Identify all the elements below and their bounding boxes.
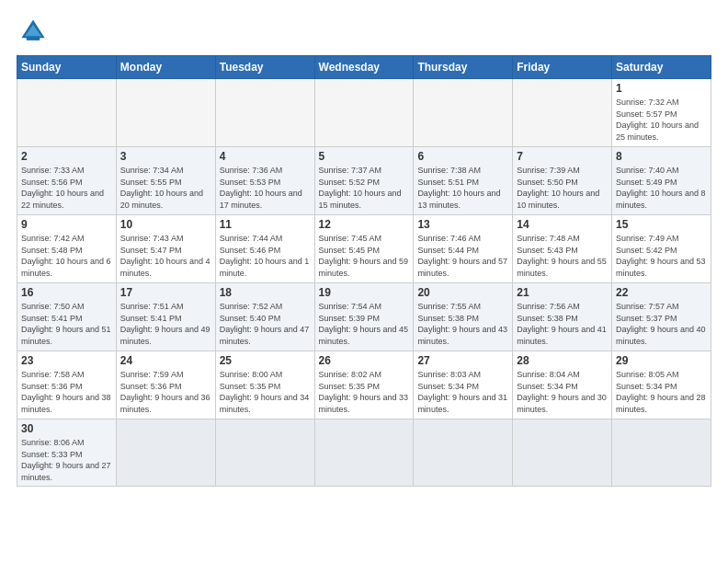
day-number: 15	[616, 218, 707, 231]
day-info: Sunrise: 8:06 AM Sunset: 5:33 PM Dayligh…	[21, 437, 112, 483]
day-number: 12	[319, 218, 410, 231]
svg-rect-3	[27, 36, 40, 40]
day-number: 10	[120, 218, 211, 231]
day-number: 25	[220, 354, 311, 367]
day-info: Sunrise: 7:44 AM Sunset: 5:46 PM Dayligh…	[220, 233, 311, 279]
logo	[17, 15, 53, 48]
day-cell: 19Sunrise: 7:54 AM Sunset: 5:39 PM Dayli…	[314, 283, 414, 351]
day-cell	[116, 419, 215, 487]
day-cell: 17Sunrise: 7:51 AM Sunset: 5:41 PM Dayli…	[116, 283, 215, 351]
day-info: Sunrise: 7:57 AM Sunset: 5:37 PM Dayligh…	[616, 301, 707, 347]
day-cell: 22Sunrise: 7:57 AM Sunset: 5:37 PM Dayli…	[612, 283, 711, 351]
calendar: SundayMondayTuesdayWednesdayThursdayFrid…	[17, 55, 711, 487]
day-cell: 13Sunrise: 7:46 AM Sunset: 5:44 PM Dayli…	[414, 215, 513, 283]
day-cell	[513, 419, 612, 487]
day-info: Sunrise: 7:59 AM Sunset: 5:36 PM Dayligh…	[120, 369, 211, 415]
day-info: Sunrise: 7:50 AM Sunset: 5:41 PM Dayligh…	[21, 301, 112, 347]
day-number: 21	[517, 286, 608, 299]
day-info: Sunrise: 7:34 AM Sunset: 5:55 PM Dayligh…	[120, 165, 211, 211]
day-number: 23	[21, 354, 112, 367]
day-cell: 5Sunrise: 7:37 AM Sunset: 5:52 PM Daylig…	[314, 147, 414, 215]
day-cell: 6Sunrise: 7:38 AM Sunset: 5:51 PM Daylig…	[414, 147, 513, 215]
day-cell: 15Sunrise: 7:49 AM Sunset: 5:42 PM Dayli…	[612, 215, 711, 283]
day-info: Sunrise: 7:40 AM Sunset: 5:49 PM Dayligh…	[616, 165, 707, 211]
day-cell: 9Sunrise: 7:42 AM Sunset: 5:48 PM Daylig…	[17, 215, 117, 283]
day-cell: 23Sunrise: 7:58 AM Sunset: 5:36 PM Dayli…	[17, 351, 117, 419]
day-info: Sunrise: 7:45 AM Sunset: 5:45 PM Dayligh…	[319, 233, 410, 279]
day-info: Sunrise: 7:54 AM Sunset: 5:39 PM Dayligh…	[319, 301, 410, 347]
weekday-header-wednesday: Wednesday	[314, 56, 414, 79]
day-cell: 26Sunrise: 8:02 AM Sunset: 5:35 PM Dayli…	[314, 351, 414, 419]
day-info: Sunrise: 7:43 AM Sunset: 5:47 PM Dayligh…	[120, 233, 211, 279]
day-number: 17	[120, 286, 211, 299]
day-info: Sunrise: 7:49 AM Sunset: 5:42 PM Dayligh…	[616, 233, 707, 279]
day-cell: 30Sunrise: 8:06 AM Sunset: 5:33 PM Dayli…	[17, 419, 117, 487]
day-cell	[116, 79, 215, 147]
day-cell: 14Sunrise: 7:48 AM Sunset: 5:43 PM Dayli…	[513, 215, 612, 283]
day-cell: 21Sunrise: 7:56 AM Sunset: 5:38 PM Dayli…	[513, 283, 612, 351]
day-info: Sunrise: 7:51 AM Sunset: 5:41 PM Dayligh…	[120, 301, 211, 347]
day-number: 3	[120, 150, 211, 163]
weekday-header-row: SundayMondayTuesdayWednesdayThursdayFrid…	[17, 56, 711, 79]
day-cell: 29Sunrise: 8:05 AM Sunset: 5:34 PM Dayli…	[612, 351, 711, 419]
day-info: Sunrise: 7:32 AM Sunset: 5:57 PM Dayligh…	[616, 97, 707, 143]
day-cell	[612, 419, 711, 487]
day-info: Sunrise: 8:00 AM Sunset: 5:35 PM Dayligh…	[220, 369, 311, 415]
weekday-header-saturday: Saturday	[612, 56, 711, 79]
weekday-header-monday: Monday	[116, 56, 215, 79]
day-cell	[314, 79, 414, 147]
day-number: 7	[517, 150, 608, 163]
day-info: Sunrise: 7:46 AM Sunset: 5:44 PM Dayligh…	[417, 233, 508, 279]
day-cell: 4Sunrise: 7:36 AM Sunset: 5:53 PM Daylig…	[215, 147, 314, 215]
day-info: Sunrise: 8:05 AM Sunset: 5:34 PM Dayligh…	[616, 369, 707, 415]
day-number: 16	[21, 286, 112, 299]
week-row-3: 9Sunrise: 7:42 AM Sunset: 5:48 PM Daylig…	[17, 215, 711, 283]
day-number: 29	[616, 354, 707, 367]
day-number: 8	[616, 150, 707, 163]
day-number: 14	[517, 218, 608, 231]
header	[17, 15, 711, 48]
day-number: 9	[21, 218, 112, 231]
day-number: 2	[21, 150, 112, 163]
weekday-header-sunday: Sunday	[17, 56, 117, 79]
day-cell: 28Sunrise: 8:04 AM Sunset: 5:34 PM Dayli…	[513, 351, 612, 419]
day-info: Sunrise: 7:36 AM Sunset: 5:53 PM Dayligh…	[220, 165, 311, 211]
day-number: 27	[417, 354, 508, 367]
day-cell	[314, 419, 414, 487]
day-info: Sunrise: 8:04 AM Sunset: 5:34 PM Dayligh…	[517, 369, 608, 415]
day-cell: 20Sunrise: 7:55 AM Sunset: 5:38 PM Dayli…	[414, 283, 513, 351]
day-number: 13	[417, 218, 508, 231]
day-cell: 7Sunrise: 7:39 AM Sunset: 5:50 PM Daylig…	[513, 147, 612, 215]
weekday-header-thursday: Thursday	[414, 56, 513, 79]
day-number: 1	[616, 82, 707, 95]
day-number: 11	[220, 218, 311, 231]
day-cell: 16Sunrise: 7:50 AM Sunset: 5:41 PM Dayli…	[17, 283, 117, 351]
day-cell	[414, 419, 513, 487]
day-number: 22	[616, 286, 707, 299]
day-cell: 18Sunrise: 7:52 AM Sunset: 5:40 PM Dayli…	[215, 283, 314, 351]
day-number: 4	[220, 150, 311, 163]
day-info: Sunrise: 7:37 AM Sunset: 5:52 PM Dayligh…	[319, 165, 410, 211]
week-row-5: 23Sunrise: 7:58 AM Sunset: 5:36 PM Dayli…	[17, 351, 711, 419]
day-number: 20	[417, 286, 508, 299]
day-cell: 1Sunrise: 7:32 AM Sunset: 5:57 PM Daylig…	[612, 79, 711, 147]
day-number: 18	[220, 286, 311, 299]
day-info: Sunrise: 7:42 AM Sunset: 5:48 PM Dayligh…	[21, 233, 112, 279]
weekday-header-friday: Friday	[513, 56, 612, 79]
day-info: Sunrise: 7:58 AM Sunset: 5:36 PM Dayligh…	[21, 369, 112, 415]
day-cell	[17, 79, 117, 147]
day-cell	[513, 79, 612, 147]
day-info: Sunrise: 7:55 AM Sunset: 5:38 PM Dayligh…	[417, 301, 508, 347]
day-info: Sunrise: 7:56 AM Sunset: 5:38 PM Dayligh…	[517, 301, 608, 347]
day-info: Sunrise: 7:48 AM Sunset: 5:43 PM Dayligh…	[517, 233, 608, 279]
day-cell	[215, 79, 314, 147]
day-number: 26	[319, 354, 410, 367]
day-info: Sunrise: 7:38 AM Sunset: 5:51 PM Dayligh…	[417, 165, 508, 211]
day-cell: 27Sunrise: 8:03 AM Sunset: 5:34 PM Dayli…	[414, 351, 513, 419]
day-info: Sunrise: 8:03 AM Sunset: 5:34 PM Dayligh…	[417, 369, 508, 415]
day-cell: 11Sunrise: 7:44 AM Sunset: 5:46 PM Dayli…	[215, 215, 314, 283]
day-number: 28	[517, 354, 608, 367]
day-number: 19	[319, 286, 410, 299]
day-number: 30	[21, 422, 112, 435]
day-info: Sunrise: 8:02 AM Sunset: 5:35 PM Dayligh…	[319, 369, 410, 415]
